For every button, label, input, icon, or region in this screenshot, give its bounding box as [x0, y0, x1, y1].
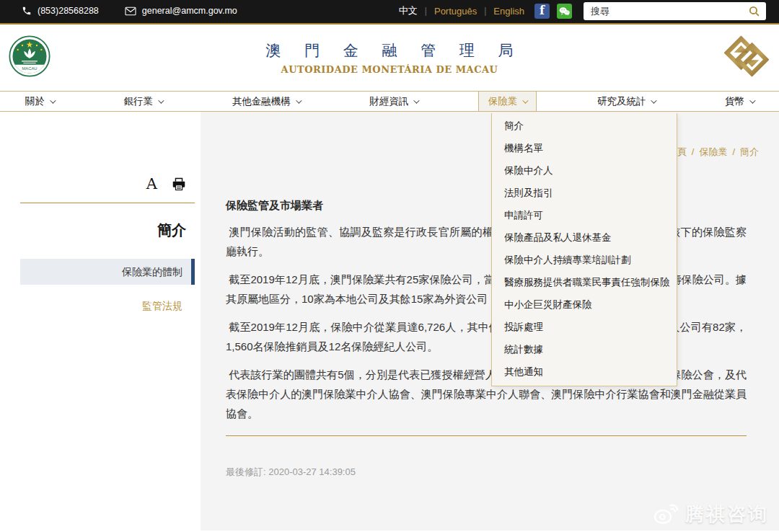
- email-icon: [125, 6, 136, 16]
- weibo-icon: [653, 504, 679, 526]
- phone-icon: [22, 6, 32, 16]
- sidebar-divider: [20, 203, 195, 203]
- svg-text:MACAU: MACAU: [22, 66, 37, 71]
- dropdown-item-medical-liability-insurance[interactable]: 醫療服務提供者職業民事責任強制保險: [492, 271, 677, 293]
- facebook-glyph: f: [540, 5, 545, 17]
- sidebar-heading: 簡介: [20, 221, 195, 240]
- nav-label: 關於: [25, 95, 45, 108]
- dropdown-item-other-notices[interactable]: 其他通知: [492, 360, 677, 383]
- search-box: [584, 2, 766, 20]
- nav-label: 保險業: [488, 95, 518, 108]
- nav-item-currency[interactable]: 貨幣: [716, 92, 763, 111]
- chevron-down-icon: [296, 97, 302, 103]
- chevron-down-icon: [651, 97, 657, 103]
- amcm-logo-icon: [724, 36, 769, 77]
- facebook-icon[interactable]: f: [534, 4, 550, 19]
- search-icon[interactable]: [748, 5, 760, 17]
- breadcrumb-insurance[interactable]: 保險業: [699, 146, 727, 157]
- page-tools: A: [20, 177, 195, 192]
- lang-english[interactable]: English: [490, 6, 527, 17]
- nav-label: 其他金融機構: [232, 95, 291, 108]
- dropdown-item-institution-list[interactable]: 機構名單: [492, 137, 677, 159]
- nav-label: 銀行業: [124, 95, 154, 108]
- nav-item-insurance[interactable]: 保險業: [478, 92, 537, 111]
- content-divider: [226, 435, 747, 436]
- main-content: 首頁/保險業/簡介 保險監管及市場業者 澳門保險活動的監管、協調及監察是行政長官…: [201, 112, 779, 531]
- font-size-button[interactable]: A: [146, 177, 157, 192]
- dropdown-item-apply-license[interactable]: 申請許可: [492, 204, 677, 226]
- nav-label: 貨幣: [725, 95, 744, 108]
- lang-separator: |: [421, 6, 431, 16]
- topbar: (853)28568288 general@amcm.gov.mo 中文 | P…: [0, 0, 779, 25]
- lang-chinese[interactable]: 中文: [396, 4, 421, 17]
- dropdown-item-complaints[interactable]: 投訴處理: [492, 316, 677, 338]
- dropdown-item-cpd-program[interactable]: 保險中介人持續專業培訓計劃: [492, 249, 677, 271]
- wechat-icon[interactable]: [557, 4, 572, 19]
- email-address: general@amcm.gov.mo: [142, 6, 237, 16]
- dropdown-item-sme-catastrophe-insurance[interactable]: 中小企巨災財產保險: [492, 293, 677, 316]
- nav-label: 研究及統計: [597, 95, 646, 108]
- watermark-text: 腾祺咨询: [685, 502, 769, 527]
- lang-separator: |: [480, 6, 490, 16]
- site-title[interactable]: 澳 門 金 融 管 理 局 AUTORIDADE MONETÁRIA DE MA…: [265, 40, 513, 75]
- phone-contact[interactable]: (853)28568288: [22, 6, 99, 16]
- main-nav: 關於 銀行業 其他金融機構 財經資訊 保險業 研究及統計 貨幣: [0, 91, 779, 112]
- breadcrumb-current: 簡介: [740, 146, 759, 157]
- chevron-down-icon: [749, 97, 755, 103]
- chevron-down-icon: [158, 97, 164, 103]
- lang-portuguese[interactable]: Português: [431, 6, 480, 17]
- insurance-dropdown-menu: 簡介 機構名單 保險中介人 法則及指引 申請許可 保險產品及私人退休基金 保險中…: [491, 113, 677, 386]
- breadcrumb-separator: /: [727, 146, 740, 157]
- nav-item-financial-info[interactable]: 財經資訊: [360, 92, 427, 111]
- macau-emblem-icon: MACAU: [9, 35, 50, 77]
- topbar-actions: 中文 | Português | English f: [396, 2, 766, 20]
- phone-number: (853)28568288: [38, 6, 99, 16]
- breadcrumb: 首頁/保險業/簡介: [668, 146, 759, 159]
- last-modified-timestamp: 最後修訂: 2020-03-27 14:39:05: [226, 466, 747, 479]
- dropdown-item-intro[interactable]: 簡介: [492, 115, 677, 137]
- breadcrumb-separator: /: [687, 146, 700, 157]
- watermark: 腾祺咨询: [653, 502, 769, 527]
- sidebar: A 簡介 保險業的體制 監管法規: [0, 112, 201, 531]
- topbar-contacts: (853)28568288 general@amcm.gov.mo: [22, 6, 237, 16]
- site-title-portuguese: AUTORIDADE MONETÁRIA DE MACAU: [265, 64, 513, 75]
- chevron-down-icon: [50, 97, 56, 103]
- nav-item-research-statistics[interactable]: 研究及統計: [588, 92, 665, 111]
- sidebar-item-insurance-system[interactable]: 保險業的體制: [20, 259, 195, 285]
- email-contact[interactable]: general@amcm.gov.mo: [125, 6, 237, 16]
- macau-government-emblem[interactable]: MACAU: [9, 35, 50, 80]
- chevron-down-icon: [522, 97, 528, 103]
- sidebar-item-regulations[interactable]: 監管法規: [20, 300, 195, 313]
- dropdown-item-products-pension-funds[interactable]: 保險產品及私人退休基金: [492, 226, 677, 249]
- nav-item-banking[interactable]: 銀行業: [115, 92, 172, 111]
- nav-label: 財經資訊: [369, 95, 408, 108]
- nav-item-other-financial-institutions[interactable]: 其他金融機構: [223, 92, 309, 111]
- site-header: MACAU 澳 門 金 融 管 理 局 AUTORIDADE MONETÁRIA…: [0, 25, 779, 91]
- wechat-glyph: [559, 6, 570, 16]
- dropdown-item-rules-guidelines[interactable]: 法則及指引: [492, 182, 677, 204]
- dropdown-item-insurance-intermediaries[interactable]: 保險中介人: [492, 159, 677, 182]
- nav-item-about[interactable]: 關於: [16, 92, 63, 111]
- dropdown-item-statistics[interactable]: 統計數據: [492, 338, 677, 360]
- site-title-chinese: 澳 門 金 融 管 理 局: [265, 40, 522, 61]
- chevron-down-icon: [413, 97, 419, 103]
- amcm-logo: [724, 36, 769, 80]
- search-input[interactable]: [591, 6, 748, 17]
- print-button[interactable]: [172, 177, 186, 191]
